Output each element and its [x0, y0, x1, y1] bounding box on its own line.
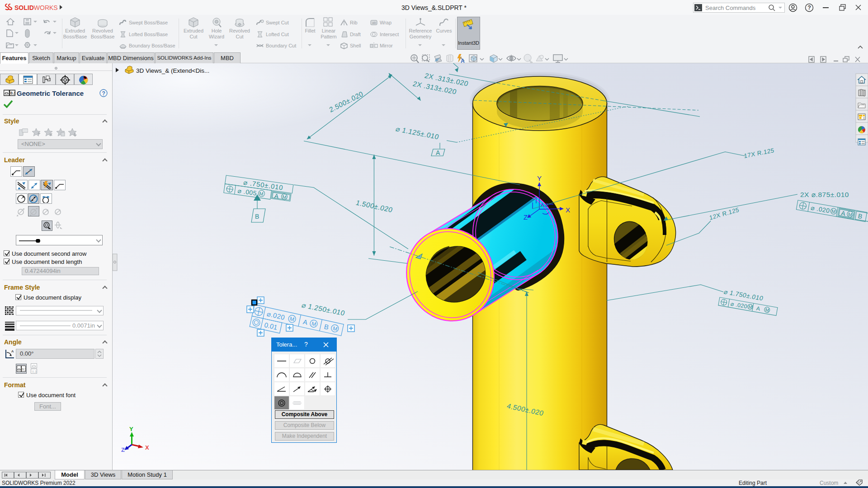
svg-text:A: A	[756, 305, 761, 312]
svg-text:A: A	[840, 209, 846, 217]
svg-text:A: A	[461, 58, 465, 64]
svg-text:?: ?	[102, 90, 105, 97]
svg-text:17X R.125: 17X R.125	[744, 147, 774, 160]
svg-text:X: X	[566, 206, 570, 214]
svg-text:B: B	[255, 213, 259, 220]
svg-text:⌀ 1.250±.010: ⌀ 1.250±.010	[301, 301, 346, 317]
svg-text:M: M	[259, 191, 264, 197]
svg-text:M: M	[282, 194, 287, 200]
svg-text:Z: Z	[121, 446, 125, 453]
svg-text:2X ⌀.875±.010: 2X ⌀.875±.010	[800, 191, 849, 198]
svg-text:0.3: 0.3	[22, 368, 26, 371]
svg-text:⌀ .005: ⌀ .005	[237, 187, 257, 197]
svg-text:M: M	[831, 208, 836, 214]
svg-text:B: B	[323, 323, 329, 331]
svg-text:Z: Z	[524, 213, 528, 221]
svg-text:B: B	[858, 212, 863, 220]
svg-text:A: A	[11, 349, 14, 353]
svg-text:A: A	[302, 318, 308, 326]
svg-text:A: A	[436, 149, 440, 156]
svg-text:⌀ .020: ⌀ .020	[730, 300, 748, 310]
svg-text:Y: Y	[129, 426, 133, 432]
svg-text:0.01: 0.01	[264, 321, 278, 331]
svg-text:⌀ 1.125±.010: ⌀ 1.125±.010	[395, 125, 440, 141]
svg-text:ab: ab	[372, 21, 376, 25]
svg-text:0.3: 0.3	[10, 91, 15, 95]
svg-text:1.500±.020: 1.500±.020	[355, 199, 394, 214]
svg-text:X: X	[145, 444, 149, 451]
svg-text:?: ?	[808, 5, 811, 11]
svg-text:0.3: 0.3	[32, 370, 37, 373]
svg-text:3D Views_& (Extend<Dis...: 3D Views_& (Extend<Dis...	[136, 67, 209, 74]
svg-text:2.500±.020: 2.500±.020	[328, 89, 364, 113]
svg-text:Y: Y	[537, 174, 542, 182]
